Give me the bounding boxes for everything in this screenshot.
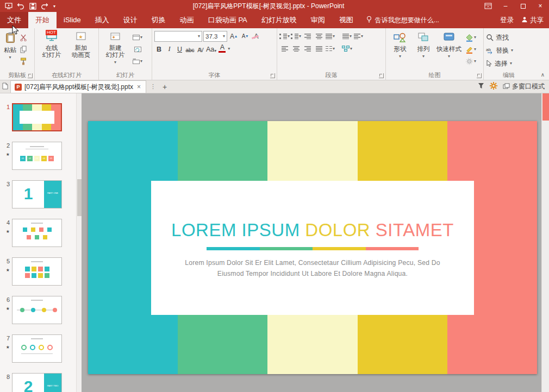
ribbon-tab-design[interactable]: 设计 (116, 12, 145, 28)
clipboard-dialog-launcher[interactable] (28, 73, 33, 78)
arrange-button[interactable]: 排列 ▾ (412, 30, 435, 66)
slide-thumbnail-4[interactable]: 4★ (2, 219, 82, 247)
font-size-combobox[interactable]: 37.3▾ (203, 31, 227, 42)
slide-thumbnail-3[interactable]: 31PART ONE (2, 180, 82, 208)
slide-thumbnail-2[interactable]: 2★0102030405 (2, 142, 82, 170)
slide-preview[interactable]: 0102030405 (12, 142, 62, 170)
tab-list-icon[interactable] (2, 83, 8, 91)
new-animation-page-button[interactable]: ★ 新加 动画页 (66, 30, 96, 59)
start-slideshow-icon[interactable] (3, 1, 14, 11)
ribbon-tab-slideshow[interactable]: 幻灯片放映 (254, 12, 304, 28)
font-dialog-launcher[interactable] (270, 73, 275, 78)
ribbon-tab-home[interactable]: 开始 (28, 12, 57, 28)
justify-button[interactable] (314, 44, 324, 54)
save-icon[interactable] (27, 1, 38, 11)
grow-font-button[interactable]: A▴ (228, 31, 239, 41)
arrange-dropdown-icon[interactable]: ▾ (422, 54, 425, 59)
font-color-button[interactable]: A (217, 44, 227, 54)
maximize-button[interactable] (514, 0, 532, 12)
paste-dropdown-icon[interactable]: ▾ (9, 55, 11, 60)
redo-icon[interactable] (39, 1, 50, 11)
share-button[interactable]: 共享 (521, 16, 544, 25)
character-spacing-button[interactable]: AV (196, 44, 205, 54)
find-button[interactable]: 查找 (486, 33, 532, 42)
slide-thumbnail-8[interactable]: 82PART TWO (2, 373, 82, 392)
align-text-button[interactable]: ▾ (353, 31, 364, 41)
quick-styles-button[interactable]: 快速样式 ▾ (435, 30, 463, 66)
ribbon-tab-insert[interactable]: 插入 (88, 12, 116, 28)
slide-preview[interactable] (12, 219, 62, 247)
shape-fill-button[interactable]: ▾ (463, 33, 478, 42)
tell-me-box[interactable]: 告诉我您想要做什么... (360, 12, 445, 28)
slide-preview[interactable] (12, 103, 62, 131)
document-tab[interactable]: P [072]扁平风格ppt模板[-树灵视觉].pptx × (10, 80, 146, 93)
slide-preview[interactable]: 2PART TWO (12, 373, 62, 392)
slide-thumbnail-7[interactable]: 7★ (2, 334, 82, 363)
shrink-font-button[interactable]: A▾ (240, 31, 250, 41)
collapse-ribbon-chevron-icon[interactable]: ∧ (541, 72, 545, 78)
shape-outline-button[interactable]: ▾ (463, 45, 478, 54)
slide-thumbnail-1[interactable]: 1 (2, 103, 82, 131)
new-slide-button[interactable]: 新建 幻灯片 ▾ (101, 30, 129, 66)
select-button[interactable]: 选择▾ (486, 59, 532, 68)
increase-indent-button[interactable] (314, 31, 324, 41)
slide-white-box[interactable]: LOREM IPSUM DOLOR SITAMET Lorem Ipsum Do… (151, 181, 474, 315)
paragraph-dialog-launcher[interactable] (379, 73, 384, 78)
slide-title[interactable]: LOREM IPSUM DOLOR SITAMET (171, 220, 454, 241)
close-tab-icon[interactable]: × (136, 83, 142, 91)
numbering-button[interactable]: ▾ (291, 31, 301, 41)
multi-window-mode-button[interactable]: 多窗口模式 (503, 82, 545, 91)
settings-gear-icon[interactable] (490, 82, 497, 91)
convert-to-smartart-button[interactable]: ▾ (342, 44, 352, 54)
text-direction-button[interactable]: ▾ (342, 31, 352, 41)
slide-preview[interactable] (12, 296, 62, 324)
shapes-button[interactable]: 形状 ▾ (388, 30, 412, 66)
ribbon-tab-islide[interactable]: iSlide (57, 12, 88, 28)
ribbon-tab-review[interactable]: 审阅 (304, 12, 332, 28)
current-slide[interactable]: LOREM IPSUM DOLOR SITAMET Lorem Ipsum Do… (88, 121, 537, 374)
shape-effects-button[interactable]: ▾ (463, 56, 478, 66)
canvas-scrollbar-thumb[interactable] (542, 93, 549, 121)
slide-preview[interactable]: 1PART ONE (12, 180, 62, 208)
filter-icon[interactable] (478, 83, 484, 91)
canvas-scrollbar[interactable] (541, 93, 549, 392)
qat-customize-chevron-icon[interactable]: ▾ (51, 1, 58, 11)
slide-thumbnail-5[interactable]: 5★ (2, 257, 82, 286)
close-button[interactable]: × (532, 0, 549, 12)
ribbon-tab-pocket-animation[interactable]: 口袋动画 PA (201, 12, 254, 28)
italic-button[interactable]: I (165, 44, 174, 54)
ribbon-tab-animations[interactable]: 动画 (173, 12, 201, 28)
ribbon-display-options-icon[interactable] (479, 0, 497, 12)
thumbnail-panel-scrollbar[interactable] (76, 93, 82, 392)
slide-body-text[interactable]: Lorem Ipsum Dolor Sit Er Elit Lamet, Con… (185, 257, 440, 279)
format-painter-button[interactable] (18, 56, 28, 66)
drawing-dialog-launcher[interactable] (477, 73, 482, 78)
undo-icon[interactable] (15, 1, 26, 11)
cut-button[interactable] (18, 33, 28, 42)
section-button[interactable]: ▾ (129, 56, 146, 66)
slide-canvas[interactable]: LOREM IPSUM DOLOR SITAMET Lorem Ipsum Do… (82, 93, 549, 392)
tab-menu-icon[interactable]: ⋮ (148, 83, 158, 90)
login-button[interactable]: 登录 (500, 16, 514, 25)
font-name-combobox[interactable]: ▾ (154, 31, 202, 42)
columns-button[interactable]: ▾ (325, 44, 335, 54)
quick-styles-dropdown-icon[interactable]: ▾ (448, 54, 450, 59)
reset-button[interactable] (129, 45, 146, 54)
clear-formatting-button[interactable]: A (251, 31, 261, 41)
change-case-button[interactable]: Aa▾ (206, 44, 216, 54)
strikethrough-button[interactable]: abc (185, 44, 195, 54)
new-slide-dropdown-icon[interactable]: ▾ (114, 60, 116, 65)
copy-button[interactable] (18, 45, 28, 54)
align-center-button[interactable] (291, 44, 301, 54)
line-spacing-button[interactable]: ▾ (325, 31, 335, 41)
font-color-dropdown-icon[interactable]: ▾ (228, 47, 230, 51)
slide-preview[interactable] (12, 257, 62, 286)
slide-preview[interactable] (12, 334, 62, 363)
thumbnail-scrollbar-thumb[interactable] (77, 179, 82, 216)
new-tab-button[interactable]: + (160, 83, 170, 91)
shapes-dropdown-icon[interactable]: ▾ (399, 54, 401, 59)
ribbon-tab-transitions[interactable]: 切换 (145, 12, 173, 28)
ribbon-tab-view[interactable]: 视图 (332, 12, 360, 28)
layout-button[interactable]: ▾ (129, 33, 146, 42)
bold-button[interactable]: B (154, 44, 164, 54)
